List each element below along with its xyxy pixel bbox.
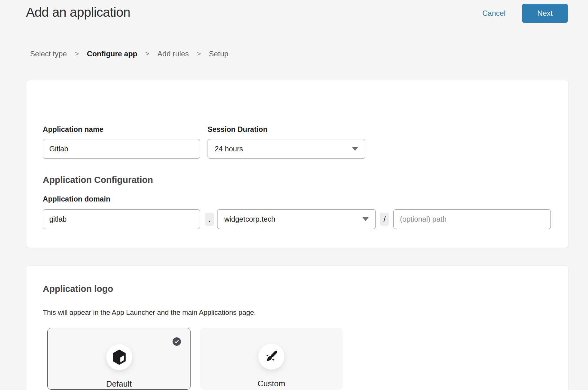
breadcrumb-separator: > [145, 50, 149, 58]
logo-option-label: Custom [200, 379, 343, 388]
check-circle-icon [173, 337, 181, 346]
page-title: Add an application [26, 5, 130, 20]
paintbrush-icon [264, 349, 279, 364]
dot-separator: . [205, 213, 214, 226]
add-application-page: Add an application Cancel Next Select ty… [0, 0, 588, 390]
domain-select[interactable]: widgetcorp.tech [217, 209, 376, 229]
wizard-breadcrumb: Select type > Configure app > Add rules … [30, 50, 228, 58]
path-input[interactable] [393, 209, 551, 229]
breadcrumb-separator: > [197, 50, 201, 58]
slash-separator: / [380, 213, 389, 226]
session-duration-select[interactable]: 24 hours [208, 139, 365, 159]
logo-option-custom[interactable]: Custom [200, 328, 343, 390]
step-add-rules: Add rules [157, 50, 189, 58]
cancel-button[interactable]: Cancel [482, 9, 506, 18]
application-name-input[interactable] [43, 139, 200, 159]
session-duration-label: Session Duration [208, 125, 267, 134]
application-configuration-card: Application Configuration Application na… [26, 80, 568, 248]
cube-icon [112, 349, 126, 365]
subdomain-input[interactable] [43, 209, 200, 229]
chevron-down-icon [352, 147, 358, 151]
logo-option-label: Default [48, 379, 190, 389]
breadcrumb-separator: > [75, 50, 79, 58]
application-name-label: Application name [43, 125, 103, 134]
step-setup: Setup [209, 50, 228, 58]
logo-description: This will appear in the App Launcher and… [43, 309, 256, 317]
custom-logo-circle [258, 344, 284, 370]
logo-option-default[interactable]: Default [47, 328, 191, 390]
default-logo-circle [106, 344, 132, 370]
next-button[interactable]: Next [522, 4, 568, 23]
configuration-heading: Application Configuration [43, 175, 153, 185]
application-logo-card: Application logo This will appear in the… [26, 266, 568, 390]
step-select-type: Select type [30, 50, 67, 58]
application-domain-label: Application domain [43, 195, 110, 203]
chevron-down-icon [362, 217, 369, 221]
session-duration-value: 24 hours [215, 145, 243, 153]
step-configure-app: Configure app [87, 50, 138, 58]
logo-heading: Application logo [43, 284, 113, 294]
domain-value: widgetcorp.tech [224, 215, 275, 223]
